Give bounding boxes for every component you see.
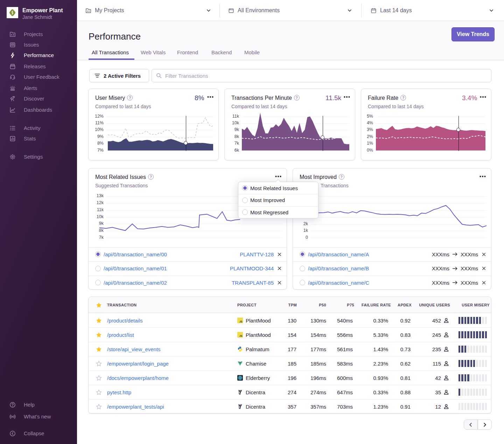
svg-text:JS: JS [239, 335, 243, 337]
svg-text:JS: JS [239, 320, 243, 323]
